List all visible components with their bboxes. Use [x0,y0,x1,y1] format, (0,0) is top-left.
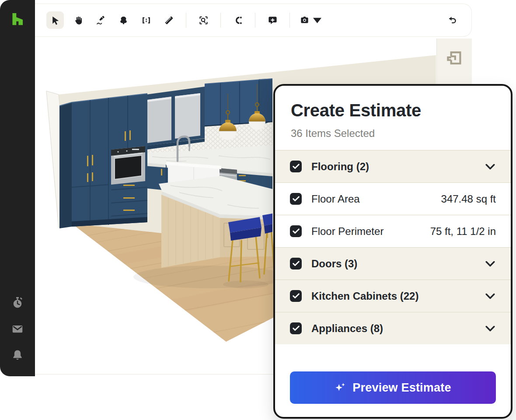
create-estimate-panel: Create Estimate 36 Items Selected Floori… [273,84,513,419]
add-comment-tool[interactable] [264,11,281,29]
pan-tool[interactable] [69,11,87,29]
houzz-logo[interactable] [8,10,27,28]
measure-tool[interactable] [160,11,178,29]
cursor-icon [50,15,60,25]
row-label: Appliances (8) [311,322,383,335]
magnet-icon [233,15,243,25]
tree-icon [119,15,129,25]
estimate-category-row: Appliances (8) [275,312,511,344]
estimate-category-row: Doors (3) [275,247,511,280]
panel-title: Create Estimate [291,101,495,120]
houzz-logo-glyph [8,10,27,28]
checkmark-icon [293,228,300,234]
timer-icon[interactable] [10,296,25,311]
row-label: Kitchen Cabinets (22) [311,290,418,302]
floorplan-icon [445,49,464,68]
wall-oven [111,146,145,185]
checkmark-icon [293,196,300,202]
hand-icon [73,15,83,25]
row-checkbox[interactable] [290,258,302,270]
row-value: 347.48 sq ft [441,193,496,205]
estimate-category-row: Flooring (2) [275,150,511,182]
plants-tool[interactable] [115,11,132,29]
floorplan-toggle-button[interactable] [444,48,465,69]
row-label: Floor Perimeter [311,225,384,238]
expand-chevron-icon[interactable] [485,293,496,299]
expand-chevron-icon[interactable] [485,326,496,332]
row-label: Doors (3) [311,258,357,270]
notifications-icon[interactable] [10,348,25,363]
snap-tool[interactable] [229,11,247,29]
comment-plus-icon [268,15,278,25]
zoom-region-tool[interactable] [195,11,212,29]
row-checkbox[interactable] [290,290,302,302]
ruler-icon [164,15,174,25]
checkmark-icon [293,326,300,331]
chevron-down-icon [312,15,322,25]
checkmark-icon [293,293,300,299]
row-value: 75 ft, 11 1/2 in [430,225,496,238]
estimate-row-list: Flooring (2)Floor Area347.48 sq ftFloor … [275,150,511,344]
estimate-panel-header: Create Estimate 36 Items Selected [275,86,511,150]
toolbar-separator [289,13,290,28]
toolbar [35,4,472,37]
draw-tool[interactable] [92,11,109,29]
toolbar-separator [255,13,255,28]
app-sidebar [0,0,35,376]
expand-chevron-icon[interactable] [485,164,496,170]
zoom-area-icon [199,15,209,25]
checkmark-icon [293,164,300,169]
messages-icon[interactable] [10,322,25,337]
expand-chevron-icon[interactable] [485,261,496,267]
row-checkbox[interactable] [290,193,302,205]
window [138,87,206,151]
camera-icon [300,15,310,25]
dimension-tool[interactable] [137,11,155,29]
row-checkbox[interactable] [290,161,302,172]
sparkle-icon [335,382,346,393]
tool-group [46,11,324,29]
sidebar-bottom-icons [10,296,25,363]
select-tool[interactable] [46,11,64,29]
estimate-panel-footer: Preview Estimate [275,361,511,417]
undo-button[interactable] [443,11,461,29]
row-checkbox[interactable] [290,225,302,237]
estimate-category-row: Kitchen Cabinets (22) [275,280,511,312]
toolbar-separator [186,13,186,28]
toolbar-separator [220,13,221,28]
preview-estimate-label: Preview Estimate [352,381,451,395]
bracket-dimension-icon [141,15,151,25]
pantry-cabinet [59,94,147,228]
estimate-item-row: Floor Perimeter75 ft, 11 1/2 in [275,215,511,247]
row-label: Floor Area [311,193,360,205]
checkmark-icon [293,261,300,266]
row-checkbox[interactable] [290,322,302,334]
snapshot-tool[interactable] [298,11,324,29]
pencil-icon [96,15,106,25]
row-label: Flooring (2) [311,161,369,173]
estimate-item-row: Floor Area347.48 sq ft [275,182,511,215]
items-selected-count: 36 Items Selected [291,127,495,140]
preview-estimate-button[interactable]: Preview Estimate [290,371,496,404]
